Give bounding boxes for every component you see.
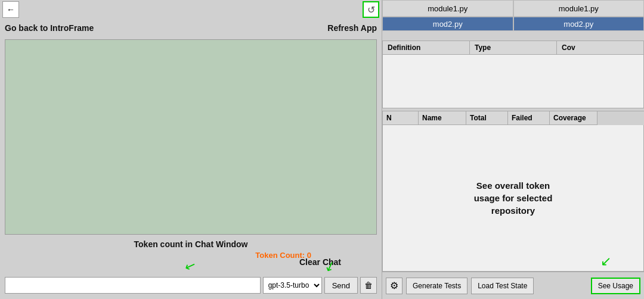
usage-display-area: See overall tokenusage for selectedrepos… [382,125,644,272]
annotation-area: Go back to IntroFrame Refresh App [0,19,382,37]
clear-chat-button[interactable]: 🗑 [360,277,377,294]
def-col-definition: Definition [383,41,470,55]
definition-table-header: Definition Type Cov [382,41,644,55]
definition-content [382,55,644,108]
send-button[interactable]: Send [324,277,358,294]
bottom-action-bar: ⚙ Generate Tests Load Test State See Usa… [382,272,644,299]
refresh-button[interactable]: ↺ [363,1,379,18]
left-panel: ← ↺ Go back to IntroFrame Refresh App To… [0,0,382,299]
top-bar: ← ↺ [0,0,382,19]
right-panel: module1.py module1.py mod2.py mod2.py De… [382,0,644,299]
bottom-section: Token count in Chat Window Clear Chat To… [0,237,382,299]
model-select[interactable]: gpt-3.5-turbo [263,277,322,294]
file-tab-label: module1.py [559,4,599,13]
test-table-header: N Name Total Failed Coverage [382,111,644,125]
back-button[interactable]: ← [2,1,19,18]
file-tab-module1-1[interactable]: module1.py [382,0,513,17]
spacer [382,31,644,41]
input-bar: gpt-3.5-turbo Send 🗑 [5,275,377,297]
back-annotation: Go back to IntroFrame [5,23,94,33]
file-tabs-row2: mod2.py mod2.py [382,17,644,31]
gear-icon: ⚙ [390,280,398,291]
gear-button[interactable]: ⚙ [386,278,402,294]
test-col-failed: Failed [508,111,550,125]
token-annotation-area: Token count in Chat Window Clear Chat To… [5,239,377,275]
refresh-annotation: Refresh App [327,23,377,33]
usage-arrow-icon: ↙ [600,254,611,269]
test-col-coverage: Coverage [550,111,597,125]
generate-tests-button[interactable]: Generate Tests [406,278,467,294]
test-col-n: N [383,111,419,125]
file-tab-mod2-1[interactable]: mod2.py [382,17,513,31]
load-test-state-button[interactable]: Load Test State [471,278,534,294]
file-tab-label: mod2.py [433,20,463,29]
chat-window [5,39,377,235]
file-tab-mod2-2[interactable]: mod2.py [513,17,645,31]
file-tab-label: module1.py [428,4,467,13]
message-input[interactable] [5,277,261,294]
file-tabs-row1: module1.py module1.py [382,0,644,17]
test-col-name: Name [419,111,466,125]
def-col-cov: Cov [557,41,644,55]
file-tab-label: mod2.py [564,20,593,29]
token-annotation-label: Token count in Chat Window [134,239,248,249]
test-col-total: Total [466,111,508,125]
usage-text: See overall tokenusage for selectedrepos… [474,179,553,217]
token-arrow-icon: ↙ [182,257,198,276]
file-tab-module1-2[interactable]: module1.py [513,0,645,17]
see-usage-button[interactable]: See Usage [591,278,640,294]
bottom-right-wrapper: ↙ ⚙ Generate Tests Load Test State See U… [382,272,644,299]
def-col-type: Type [470,41,557,55]
clear-icon: 🗑 [364,281,373,290]
token-count-display: Token Count: 0 [255,251,311,260]
